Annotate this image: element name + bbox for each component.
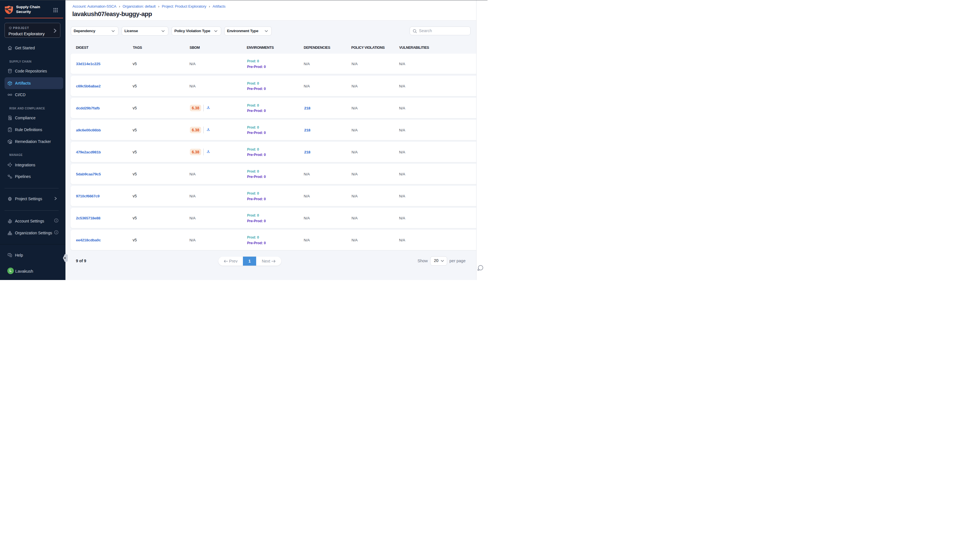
svg-text:?: ? xyxy=(9,253,10,255)
svg-text:</>: </> xyxy=(9,70,11,72)
